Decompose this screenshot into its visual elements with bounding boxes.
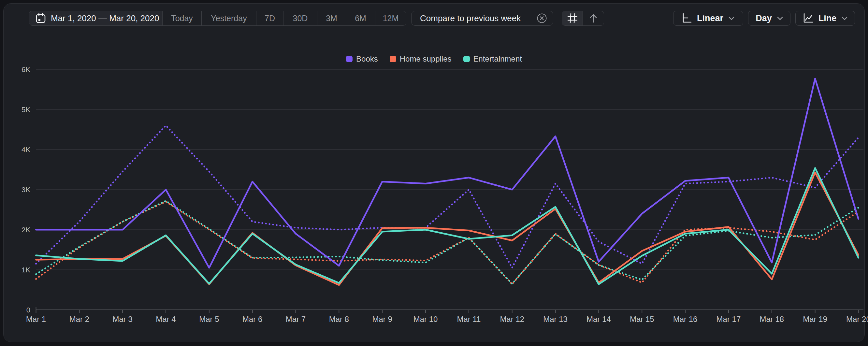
y-axis-label-5K: 5K	[11, 105, 30, 114]
x-axis-label-mar-16: Mar 16	[666, 315, 705, 324]
chart-plot-area[interactable]	[0, 0, 868, 346]
y-axis-label-3K: 3K	[11, 186, 30, 194]
y-axis-label-4K: 4K	[11, 146, 30, 154]
x-axis-label-mar-4: Mar 4	[146, 315, 185, 324]
y-axis-label-2K: 2K	[11, 226, 30, 234]
x-axis-label-mar-2: Mar 2	[60, 315, 99, 324]
y-axis-label-0: 0	[11, 306, 30, 314]
x-axis-label-mar-19: Mar 19	[796, 315, 835, 324]
x-axis-label-mar-17: Mar 17	[709, 315, 748, 324]
x-axis-label-mar-12: Mar 12	[493, 315, 532, 324]
x-axis-label-mar-10: Mar 10	[406, 315, 445, 324]
x-axis-label-mar-5: Mar 5	[190, 315, 229, 324]
x-axis-label-mar-11: Mar 11	[449, 315, 488, 324]
x-axis-label-mar-7: Mar 7	[276, 315, 315, 324]
x-axis-label-mar-13: Mar 13	[536, 315, 575, 324]
y-axis-label-6K: 6K	[11, 65, 30, 74]
series-line-entertainment	[36, 168, 859, 284]
x-axis-label-mar-20: Mar 20	[839, 315, 868, 324]
x-axis-label-mar-15: Mar 15	[622, 315, 661, 324]
x-axis-label-mar-8: Mar 8	[319, 315, 359, 324]
x-axis-label-mar-14: Mar 14	[579, 315, 618, 324]
x-axis-label-mar-3: Mar 3	[103, 315, 142, 324]
x-axis-label-mar-18: Mar 18	[752, 315, 792, 324]
x-axis-label-mar-6: Mar 6	[233, 315, 272, 324]
x-axis-label-mar-9: Mar 9	[363, 315, 402, 324]
y-axis-label-1K: 1K	[11, 266, 30, 274]
series-line-home-supplies-previous-week-	[36, 202, 859, 284]
series-line-entertainment-previous-week-	[36, 201, 859, 284]
x-axis-label-mar-1: Mar 1	[17, 315, 56, 324]
